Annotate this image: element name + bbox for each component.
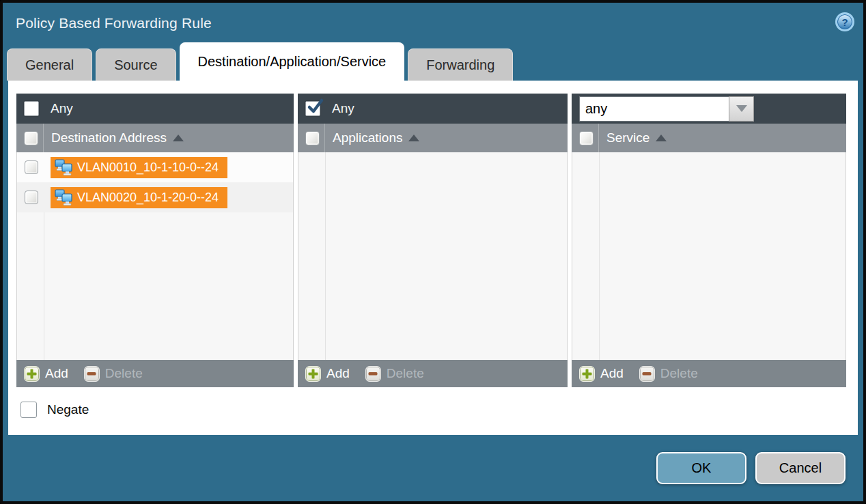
sort-asc-icon[interactable] xyxy=(408,135,419,141)
applications-column-title: Applications xyxy=(333,130,402,145)
plus-icon xyxy=(305,366,321,382)
applications-footer: Add Delete xyxy=(298,360,568,387)
sort-asc-icon[interactable] xyxy=(173,135,184,141)
sort-asc-icon[interactable] xyxy=(656,135,667,141)
negate-row: Negate xyxy=(20,402,850,418)
applications-delete-button[interactable]: Delete xyxy=(365,366,424,382)
service-select-all-checkbox[interactable] xyxy=(579,131,593,145)
plus-icon xyxy=(579,366,595,382)
destination-any-checkbox[interactable] xyxy=(24,101,39,116)
address-label: VLAN0010_10-1-10-0--24 xyxy=(77,160,219,175)
tab-general[interactable]: General xyxy=(7,48,92,81)
address-chip[interactable]: VLAN0010_10-1-10-0--24 xyxy=(51,157,227,178)
dialog-footer: OK Cancel xyxy=(3,435,863,501)
service-mode-dropdown-button[interactable] xyxy=(729,96,754,122)
applications-list xyxy=(298,152,568,360)
destination-any-label: Any xyxy=(51,101,73,116)
destination-address-column-title: Destination Address xyxy=(51,130,167,145)
minus-icon xyxy=(365,366,381,382)
minus-icon xyxy=(84,366,100,382)
applications-add-button[interactable]: Add xyxy=(305,366,350,382)
destination-address-list: VLAN0010_10-1-10-0--24 VLAN0020_10-1-20-… xyxy=(16,152,294,360)
network-icon xyxy=(55,159,72,176)
policy-forwarding-dialog: Policy Based Forwarding Rule ? General S… xyxy=(0,0,866,504)
tab-source[interactable]: Source xyxy=(96,48,176,81)
tab-destination-application-service[interactable]: Destination/Application/Service xyxy=(180,42,405,81)
service-header[interactable]: Service xyxy=(572,124,846,152)
address-chip[interactable]: VLAN0020_10-1-20-0--24 xyxy=(51,187,227,208)
help-icon[interactable]: ? xyxy=(835,12,854,31)
negate-label: Negate xyxy=(47,402,89,417)
destination-any-bar: Any xyxy=(16,94,294,124)
tab-forwarding[interactable]: Forwarding xyxy=(408,48,513,81)
service-panel: Service Add xyxy=(572,94,846,387)
destination-footer: Add Delete xyxy=(16,360,294,387)
address-label: VLAN0020_10-1-20-0--24 xyxy=(77,191,219,205)
applications-select-all-checkbox[interactable] xyxy=(305,131,320,145)
applications-panel: Any Applications xyxy=(298,94,568,387)
service-footer: Add Delete xyxy=(572,360,846,387)
network-icon xyxy=(55,189,72,206)
dialog-title: Policy Based Forwarding Rule xyxy=(16,15,212,31)
row-checkbox[interactable] xyxy=(25,191,38,204)
destination-add-button[interactable]: Add xyxy=(24,366,68,382)
destination-delete-button[interactable]: Delete xyxy=(84,366,143,382)
cancel-button[interactable]: Cancel xyxy=(755,452,846,484)
table-row[interactable]: VLAN0010_10-1-10-0--24 xyxy=(17,152,293,182)
selector-columns: Any Destination Address VLAN0010_10-1-10… xyxy=(16,94,850,387)
service-column-title: Service xyxy=(606,130,650,145)
row-checkbox[interactable] xyxy=(25,160,38,174)
dialog-titlebar: Policy Based Forwarding Rule ? xyxy=(3,3,863,44)
destination-address-panel: Any Destination Address VLAN0010_10-1-10… xyxy=(16,94,294,387)
service-mode-dropdown xyxy=(579,96,754,122)
service-list xyxy=(572,152,846,360)
minus-icon xyxy=(639,366,655,382)
tab-bar: General Source Destination/Application/S… xyxy=(3,44,863,81)
service-mode-input[interactable] xyxy=(579,96,729,122)
chevron-down-icon xyxy=(736,105,747,112)
service-delete-button[interactable]: Delete xyxy=(639,366,698,382)
negate-checkbox[interactable] xyxy=(20,402,37,418)
ok-button[interactable]: OK xyxy=(656,452,746,484)
tab-content: Any Destination Address VLAN0010_10-1-10… xyxy=(8,81,858,435)
service-add-button[interactable]: Add xyxy=(579,366,624,382)
plus-icon xyxy=(24,366,40,382)
destination-select-all-checkbox[interactable] xyxy=(24,131,38,145)
applications-any-checkbox[interactable] xyxy=(305,101,320,116)
table-row[interactable]: VLAN0020_10-1-20-0--24 xyxy=(17,182,293,212)
applications-any-label: Any xyxy=(332,101,354,116)
destination-address-header[interactable]: Destination Address xyxy=(16,124,294,152)
applications-any-bar: Any xyxy=(298,94,568,124)
service-mode-bar xyxy=(572,94,846,124)
applications-header[interactable]: Applications xyxy=(298,124,568,152)
